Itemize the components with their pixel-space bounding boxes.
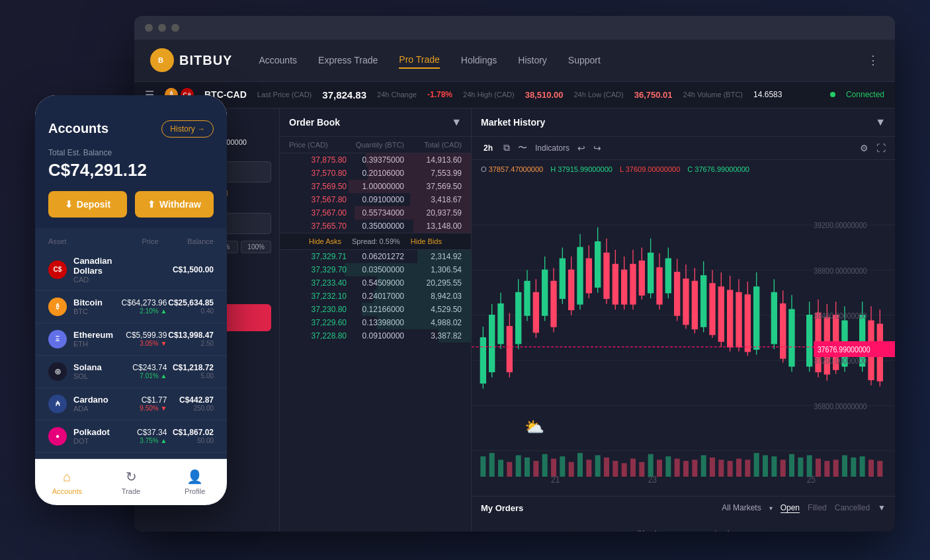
asset-price-val: C$243.74 — [120, 363, 167, 372]
col-asset-header: Asset — [48, 237, 103, 245]
hide-asks-btn[interactable]: Hide Asks — [309, 237, 341, 245]
asset-balance-fiat: C$25,634.85 — [167, 298, 214, 307]
svg-rect-99 — [525, 457, 530, 476]
bid-row: 37,230.80 0.12166000 4,529.50 — [280, 303, 471, 316]
spread-value: Spread: 0.59% — [352, 237, 400, 245]
phone-asset-row[interactable]: ● Polkadot DOT C$37.34 3.75% ▲ C$1,867.0… — [35, 420, 227, 453]
asset-balance-fiat: C$13,998.47 — [167, 331, 214, 340]
nav-history[interactable]: History — [518, 52, 547, 68]
asset-symbol: DOT — [73, 437, 120, 445]
asset-info: Cardano ADA — [73, 395, 120, 413]
ohlc-open: O 37857.47000000 — [481, 165, 545, 173]
svg-rect-105 — [577, 453, 583, 477]
asset-balance: C$13,998.47 2.50 — [167, 331, 214, 347]
order-book-panel: Order Book ▼ Price (CAD) Quantity (BTC) … — [280, 108, 472, 532]
all-markets-label[interactable]: All Markets — [722, 503, 761, 512]
asset-price-val: C$64,273.96 — [120, 298, 167, 307]
settings-icon[interactable]: ⚙ — [860, 143, 868, 153]
logo-text: BITBUY — [179, 53, 232, 68]
order-book-header: Order Book ▼ — [280, 108, 471, 137]
asset-symbol: BTC — [73, 307, 120, 315]
nav-express-trade[interactable]: Express Trade — [318, 52, 378, 68]
phone-deposit-btn[interactable]: ⬇ Deposit — [48, 191, 127, 218]
home-icon: ⌂ — [63, 469, 71, 485]
asset-icon: ₳ — [48, 395, 67, 413]
asset-price: C$243.74 7.01% ▲ — [120, 363, 167, 380]
ask-row: 37,570.80 0.20106000 7,553.99 — [280, 167, 471, 180]
asset-price: C$1.77 9.50% ▼ — [120, 395, 167, 412]
order-book-chevron[interactable]: ▼ — [451, 116, 462, 128]
svg-rect-110 — [622, 463, 627, 476]
ob-price-header: Price (CAD) — [289, 141, 347, 149]
more-options-icon[interactable]: ⋮ — [867, 53, 879, 67]
ticker-volume-val: 14.6583 — [753, 90, 782, 99]
svg-text:23: 23 — [648, 473, 657, 485]
phone-header: Accounts History → — [35, 114, 227, 148]
svg-rect-137 — [860, 456, 865, 477]
chart-chevron[interactable]: ▼ — [875, 116, 886, 128]
phone-asset-row[interactable]: ₳ Cardano ADA C$1.77 9.50% ▼ C$442.87 25… — [35, 388, 227, 420]
nav-accounts[interactable]: Accounts — [259, 52, 297, 68]
nav-pro-trade[interactable]: Pro Trade — [399, 52, 439, 69]
asset-icon: ● — [48, 427, 67, 446]
ohlc-high: H 37915.99000000 — [550, 165, 614, 173]
bitbuy-logo-icon: B — [150, 48, 174, 72]
phone-asset-row[interactable]: ₿ Bitcoin BTC C$64,273.96 2.10% ▲ C$25,6… — [35, 291, 227, 323]
tab-open[interactable]: Open — [781, 503, 800, 513]
svg-rect-114 — [657, 460, 662, 477]
bid-row: 37,233.40 0.54509000 20,295.55 — [280, 276, 471, 290]
phone-asset-row[interactable]: Ξ Ethereum ETH C$5,599.39 3.05% ▼ C$13,9… — [35, 323, 227, 356]
phone-history-btn[interactable]: History → — [161, 120, 214, 138]
svg-rect-127 — [771, 456, 777, 477]
undo-icon[interactable]: ↩ — [577, 143, 585, 153]
tab-filled[interactable]: Filled — [808, 503, 827, 512]
browser-titlebar — [134, 16, 895, 40]
fullscreen-icon[interactable]: ⛶ — [876, 143, 886, 153]
chart-type-icon[interactable]: ⧉ — [503, 142, 510, 153]
asset-price-change: 3.05% ▼ — [120, 340, 167, 347]
chart-line-icon[interactable]: 〜 — [518, 142, 527, 154]
svg-rect-116 — [675, 458, 680, 476]
phone-nav-trade[interactable]: ↻ Trade — [99, 469, 163, 495]
phone-withdraw-btn[interactable]: ⬆ Withdraw — [135, 191, 214, 218]
asset-price-change: 7.01% ▲ — [120, 372, 167, 380]
asset-name: Canadian Dollars — [73, 256, 120, 276]
asset-price: C$5,599.39 3.05% ▼ — [120, 331, 167, 347]
my-orders-header: My Orders All Markets ▾ Open Filled Canc… — [481, 503, 886, 513]
asset-balance: C$25,634.85 0.40 — [167, 298, 214, 315]
phone-asset-row[interactable]: ◎ Solana SOL C$243.74 7.01% ▲ C$1,218.72… — [35, 356, 227, 388]
chart-panel: Market History ▼ 2h ⧉ 〜 Indicators ↩ ↪ ⚙… — [472, 108, 895, 532]
ticker-high-label: 24h High (CAD) — [463, 91, 515, 99]
phone-nav-profile[interactable]: 👤 Profile — [163, 469, 227, 495]
asset-icon: ₿ — [48, 298, 67, 316]
ticker-high-val: 38,510.00 — [525, 90, 564, 100]
svg-rect-111 — [630, 458, 636, 476]
asset-info: Bitcoin BTC — [73, 298, 120, 315]
ticker-last-price-label: Last Price (CAD) — [257, 91, 312, 99]
indicators-btn[interactable]: Indicators — [535, 143, 570, 153]
app-navbar: B BITBUY Accounts Express Trade Pro Trad… — [134, 40, 895, 82]
svg-rect-100 — [533, 461, 538, 477]
redo-icon[interactable]: ↪ — [593, 143, 601, 153]
tab-cancelled[interactable]: Cancelled — [835, 503, 870, 512]
time-2h-btn[interactable]: 2h — [481, 142, 495, 154]
svg-rect-120 — [710, 457, 715, 476]
ticker-change-val: -1.78% — [427, 90, 452, 99]
ticker-volume-label: 24h Volume (BTC) — [683, 91, 743, 99]
phone-balance-label: Total Est. Balance — [48, 148, 214, 157]
ask-rows: 37,875.80 0.39375000 14,913.60 37,570.80… — [280, 153, 471, 233]
svg-rect-133 — [824, 461, 829, 477]
phone-asset-row[interactable]: C$ Canadian Dollars CAD C$1,500.00 — [35, 249, 227, 291]
nav-support[interactable]: Support — [568, 52, 601, 68]
svg-rect-98 — [516, 455, 521, 476]
orders-empty-msg: (You have no open orders) — [481, 518, 886, 532]
nav-profile-label: Profile — [185, 487, 205, 495]
svg-rect-135 — [842, 455, 847, 476]
phone-nav-accounts[interactable]: ⌂ Accounts — [35, 469, 99, 495]
pct-100-btn[interactable]: 100% — [241, 241, 271, 253]
ob-total-header: Total (CAD) — [404, 141, 462, 149]
phone-assets-container: C$ Canadian Dollars CAD C$1,500.00 ₿ Bit… — [35, 249, 227, 453]
hide-bids-btn[interactable]: Hide Bids — [411, 237, 442, 245]
orders-chevron[interactable]: ▼ — [878, 503, 886, 512]
nav-holdings[interactable]: Holdings — [461, 52, 497, 68]
